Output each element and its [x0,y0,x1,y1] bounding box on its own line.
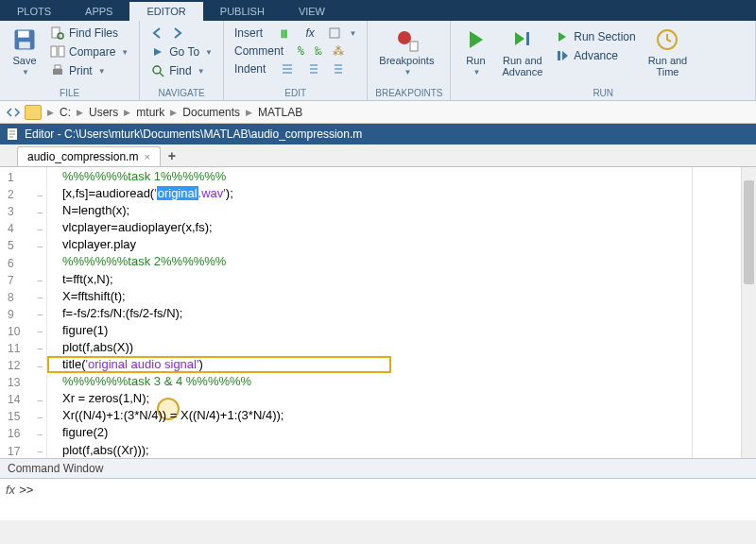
bc-item-3[interactable]: Documents [182,106,240,119]
folder-icon[interactable] [25,105,42,120]
code-line[interactable]: Xr = zeros(1,N); [47,391,756,408]
gutter-line[interactable]: 10– [0,323,46,340]
code-line[interactable]: figure(1) [47,323,756,340]
nav-arrows[interactable] [147,25,215,42]
back-forward-icon[interactable] [6,106,21,119]
code-line[interactable]: %%%%%%task 2%%%%%% [47,254,756,271]
ribbon-label-file: FILE [8,88,131,98]
code-line[interactable]: t=fft(x,N); [47,272,756,289]
run-advance-button[interactable]: Run and Advance [498,25,546,79]
code-line[interactable]: %%%%%%task 3 & 4 %%%%%% [47,374,756,391]
code-line[interactable]: X=fftshift(t); [47,289,756,306]
breakpoints-button[interactable]: Breakpoints ▼ [375,25,438,78]
code-line[interactable]: N=length(x); [47,203,756,220]
code-line[interactable]: vlcplayer=audioplayer(x,fs); [47,220,756,237]
arrow-left-icon [150,26,165,41]
gutter-line[interactable]: 11– [0,340,46,357]
indent-button[interactable]: Indent [232,60,359,77]
code-line[interactable]: plot(f,abs(X)) [47,340,756,357]
tab-editor[interactable]: EDITOR [129,2,202,21]
comment-button[interactable]: Comment % ‰ ⁂ [232,43,359,59]
gutter-line[interactable]: 12– [0,357,46,374]
chevron-down-icon: ▼ [472,68,480,76]
search-icon [150,63,165,78]
command-window[interactable]: fx >> [0,479,756,520]
ribbon-label-run: RUN [458,88,747,98]
play-icon [462,26,489,53]
scroll-thumb[interactable] [744,180,754,284]
svg-rect-13 [410,42,418,51]
file-tab[interactable]: audio_compression.m × [17,146,161,166]
save-button[interactable]: Save ▼ [8,25,42,78]
bc-item-1[interactable]: Users [89,106,118,119]
clock-icon [654,26,680,53]
code-editor[interactable]: 12–3–4–5–67–8–9–10–11–12–1314–15–16–17– … [0,167,756,458]
file-tabs: audio_compression.m × + [0,144,756,167]
indent-right-icon [305,61,320,76]
find-files-icon [50,26,65,41]
gutter-line[interactable]: 8– [0,289,46,306]
bc-item-2[interactable]: mturk [136,106,164,119]
close-icon[interactable]: × [144,151,149,162]
tab-publish[interactable]: PUBLISH [203,2,282,21]
svg-rect-7 [53,69,62,75]
breakpoint-icon [393,26,420,53]
tab-plots[interactable]: PLOTS [0,2,68,21]
gutter-line[interactable]: 3– [0,203,46,220]
run-section-button[interactable]: Run Section [552,28,638,45]
gutter-line[interactable]: 2– [0,186,46,203]
save-label: Save [12,55,36,66]
svg-point-12 [398,31,411,44]
chevron-down-icon: ▼ [121,48,129,57]
chevron-down-icon: ▼ [98,67,106,76]
tab-view[interactable]: VIEW [282,2,342,21]
gutter-line[interactable]: 14– [0,391,46,408]
save-icon [11,26,38,53]
code-line[interactable]: vlcplayer.play [47,237,756,254]
print-button[interactable]: Print▼ [47,62,131,79]
indent-left-icon [332,61,347,76]
find-button[interactable]: Find▼ [147,62,215,79]
code-line[interactable]: figure(2) [47,425,756,442]
play-advance-icon [509,26,536,53]
code-lines[interactable]: %%%%%%task 1%%%%%%[x,fs]=audioread('orig… [47,167,756,458]
compare-button[interactable]: Compare▼ [47,43,131,60]
ribbon-label-breakpoints: BREAKPOINTS [375,88,442,98]
svg-rect-15 [558,51,560,60]
run-button[interactable]: Run ▼ [458,25,492,78]
code-line[interactable]: Xr((N/4)+1:(3*N/4)) = X((N/4)+1:(3*N/4))… [47,408,756,425]
goto-button[interactable]: Go To▼ [147,43,215,60]
command-prompt: >> [19,483,33,497]
advance-button[interactable]: Advance [552,47,638,64]
run-time-button[interactable]: Run and Time [644,25,692,79]
vertical-scrollbar[interactable] [741,167,756,458]
gutter-line[interactable]: 17– [0,443,46,460]
chevron-down-icon: ▼ [22,68,29,76]
file-tab-label: audio_compression.m [27,150,138,163]
gutter-line[interactable]: 16– [0,425,46,442]
find-files-button[interactable]: Find Files [47,25,131,42]
code-line[interactable]: [x,fs]=audioread('original.wav'); [47,186,756,203]
gutter-line[interactable]: 9– [0,306,46,323]
insert-misc-icon [328,26,343,41]
gutter-line[interactable]: 4– [0,220,46,237]
insert-button[interactable]: Insert ⫼ fx ▼ [232,25,359,42]
code-line[interactable]: f=-fs/2:fs/N:(fs/2-fs/N); [47,306,756,323]
gutter-line[interactable]: 13 [0,374,46,391]
section-icon: ⫼ [277,26,292,41]
bc-item-4[interactable]: MATLAB [258,106,302,119]
gutter-line[interactable]: 6 [0,254,46,271]
svg-rect-2 [19,42,30,48]
code-line[interactable]: plot(f,abs((Xr))); [47,443,756,460]
add-tab-button[interactable]: + [161,145,183,166]
gutter-line[interactable]: 5– [0,237,46,254]
tab-apps[interactable]: APPS [68,2,129,21]
gutter-line[interactable]: 1 [0,169,46,186]
code-line[interactable]: title('original audio signal') [47,357,756,374]
bc-item-0[interactable]: C: [60,106,71,119]
svg-point-9 [153,66,161,74]
gutter-line[interactable]: 7– [0,272,46,289]
code-line[interactable]: %%%%%%task 1%%%%%% [47,169,756,186]
svg-rect-5 [51,46,57,57]
gutter-line[interactable]: 15– [0,408,46,425]
